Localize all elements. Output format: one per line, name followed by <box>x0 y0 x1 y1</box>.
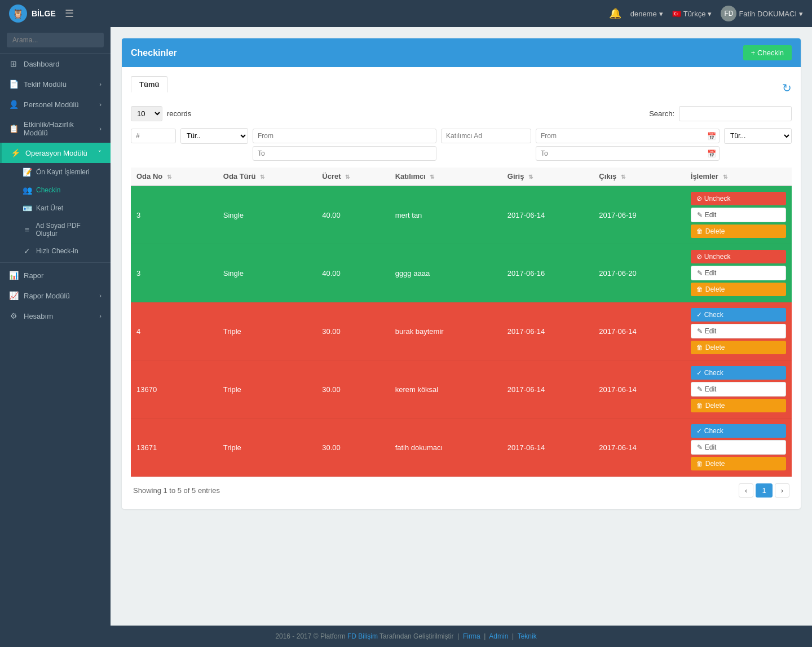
footer-admin-link[interactable]: Admin <box>489 632 508 640</box>
sidebar-sub-label: Kart Üret <box>36 204 63 212</box>
sort-arrows-icon[interactable]: ⇅ <box>528 174 533 180</box>
cell-oda-no: 4 <box>131 302 218 360</box>
prev-page-button[interactable]: ‹ <box>739 483 753 498</box>
check-icon: ✓ <box>696 427 702 435</box>
type-filter-select[interactable]: Tür.. <box>180 128 248 144</box>
user-menu[interactable]: deneme ▾ <box>630 10 663 18</box>
sidebar-item-teklif[interactable]: 📄 Teklif Modülü › <box>0 74 111 94</box>
footer-company-link[interactable]: FD Bilişim <box>347 632 378 640</box>
sidebar-sub-label: Hızlı Check-in <box>36 247 78 255</box>
delete-button[interactable]: 🗑 Delete <box>691 225 786 238</box>
records-per-page-select[interactable]: 10 25 50 100 <box>131 106 162 121</box>
refresh-button[interactable]: ↻ <box>782 81 792 95</box>
edit-button[interactable]: ✎ Edit <box>691 208 786 222</box>
uncheck-button[interactable]: ⊘ Uncheck <box>691 250 786 263</box>
delete-button[interactable]: 🗑 Delete <box>691 283 786 296</box>
sidebar-item-rapor-modul[interactable]: 📈 Rapor Modülü › <box>0 285 111 306</box>
edit-button[interactable]: ✎ Edit <box>691 382 786 397</box>
sidebar-sub-item-hizli[interactable]: ✓ Hızlı Check-in <box>0 242 111 260</box>
cell-islemler: ✓ Check ✎ Edit 🗑 Delete <box>685 302 792 360</box>
checkin-icon: 👥 <box>23 186 32 195</box>
profile-menu[interactable]: FD Fatih DOKUMACI ▾ <box>721 6 803 21</box>
participant-filter-input[interactable] <box>441 129 531 143</box>
sidebar-item-rapor[interactable]: 📊 Rapor <box>0 265 111 285</box>
chevron-right-icon: › <box>99 313 102 319</box>
top-nav: 🦉 BİLGE ☰ 🔔 deneme ▾ 🇹🇷 Türkçe ▾ FD Fati… <box>0 0 812 27</box>
type2-filter-select[interactable]: Tür... <box>724 128 792 144</box>
next-page-button[interactable]: › <box>775 483 789 498</box>
table-row: 13670 Triple 30.00 kerem köksal 2017-06-… <box>131 360 792 419</box>
kart-icon: 🪪 <box>23 204 32 213</box>
edit-button[interactable]: ✎ Edit <box>691 440 786 455</box>
from-date-2-wrapper: 📅 <box>536 129 720 143</box>
sidebar-sub-item-kart[interactable]: 🪪 Kart Üret <box>0 199 111 217</box>
trash-icon: 🗑 <box>696 402 703 410</box>
edit-icon: ✎ <box>697 385 703 393</box>
col-ucret: Ücret ⇅ <box>316 168 389 186</box>
cell-cikis: 2017-06-20 <box>593 244 685 302</box>
id-filter-wrapper <box>131 129 176 143</box>
sidebar-item-label: Dashboard <box>24 60 60 68</box>
layout: ⊞ Dashboard 📄 Teklif Modülü › 👤 Personel… <box>0 27 812 626</box>
cell-cikis: 2017-06-14 <box>593 419 685 477</box>
uncheck-button[interactable]: ⊘ Uncheck <box>691 192 786 205</box>
table-row: 4 Triple 30.00 burak baytemir 2017-06-14… <box>131 302 792 360</box>
language-menu[interactable]: 🇹🇷 Türkçe ▾ <box>672 10 712 18</box>
id-filter-input[interactable] <box>131 129 176 143</box>
cell-cikis: 2017-06-19 <box>593 186 685 244</box>
table-controls: 10 25 50 100 records Search: <box>131 106 792 121</box>
sidebar-item-label: Rapor <box>24 271 43 280</box>
sidebar-item-etkinlik[interactable]: 📋 Etkinlik/Hazırlık Modülü › <box>0 115 111 143</box>
sidebar-sub-item-checkin[interactable]: 👥 Checkin <box>0 181 111 199</box>
notification-bell-icon[interactable]: 🔔 <box>609 7 621 20</box>
from-date-1-input[interactable] <box>253 129 436 143</box>
footer-teknik-link[interactable]: Teknik <box>518 632 537 640</box>
cell-oda-no: 3 <box>131 244 218 302</box>
check-button[interactable]: ✓ Check <box>691 424 786 438</box>
table-row: 3 Single 40.00 mert tan 2017-06-14 2017-… <box>131 186 792 244</box>
to-date-2-input[interactable] <box>536 146 720 161</box>
cell-oda-turu: Triple <box>218 419 316 477</box>
page-1-button[interactable]: 1 <box>756 483 772 498</box>
check-button[interactable]: ✓ Check <box>691 366 786 380</box>
cell-katilimci: burak baytemir <box>390 302 502 360</box>
cell-katilimci: mert tan <box>390 186 502 244</box>
check-button[interactable]: ✓ Check <box>691 308 786 322</box>
user-arrow-icon: ▾ <box>659 10 663 18</box>
sort-arrows-icon[interactable]: ⇅ <box>167 174 171 180</box>
sidebar-item-operasyon[interactable]: ⚡ Operasyon Modülü ˅ <box>0 143 111 163</box>
sort-arrows-icon[interactable]: ⇅ <box>260 174 264 180</box>
search-group: Search: <box>649 106 792 121</box>
footer-firma-link[interactable]: Firma <box>463 632 480 640</box>
hesabim-icon: ⚙ <box>9 311 18 320</box>
tab-tumü[interactable]: Tümü <box>131 76 167 93</box>
check-icon: ✓ <box>696 311 702 319</box>
edit-icon: ✎ <box>697 327 703 335</box>
edit-button[interactable]: ✎ Edit <box>691 324 786 338</box>
delete-button[interactable]: 🗑 Delete <box>691 457 786 470</box>
cell-katilimci: gggg aaaa <box>390 244 502 302</box>
from-date-2-input[interactable] <box>536 129 720 143</box>
sort-arrows-icon[interactable]: ⇅ <box>723 174 727 180</box>
uncheck-icon: ⊘ <box>696 195 702 203</box>
sort-arrows-icon[interactable]: ⇅ <box>430 174 434 180</box>
add-checkin-button[interactable]: + Checkin <box>743 45 792 60</box>
delete-button[interactable]: 🗑 Delete <box>691 399 786 412</box>
sidebar-item-dashboard[interactable]: ⊞ Dashboard <box>0 54 111 74</box>
sidebar-sub-item-pdf[interactable]: ≡ Ad Soyad PDF Oluştur <box>0 217 111 242</box>
sidebar-sub-item-on-kayit[interactable]: 📝 Ön Kayıt İşlemleri <box>0 163 111 181</box>
sidebar-item-personel[interactable]: 👤 Personel Modülü › <box>0 94 111 115</box>
on-kayit-icon: 📝 <box>23 168 32 177</box>
table-search-input[interactable] <box>679 106 792 121</box>
main-content: Checkinler + Checkin Tümü ↻ 10 25 <box>111 27 812 626</box>
search-input[interactable] <box>7 33 104 47</box>
hamburger-menu[interactable]: ☰ <box>65 7 74 20</box>
delete-button[interactable]: 🗑 Delete <box>691 341 786 354</box>
sort-arrows-icon[interactable]: ⇅ <box>621 174 625 180</box>
sidebar-item-hesabim[interactable]: ⚙ Hesabım › <box>0 306 111 326</box>
sidebar-item-label: Operasyon Modülü <box>25 149 87 157</box>
edit-button[interactable]: ✎ Edit <box>691 266 786 280</box>
to-date-1-input[interactable] <box>253 146 436 161</box>
tabs: Tümü <box>131 76 167 93</box>
sort-arrows-icon[interactable]: ⇅ <box>345 174 350 180</box>
